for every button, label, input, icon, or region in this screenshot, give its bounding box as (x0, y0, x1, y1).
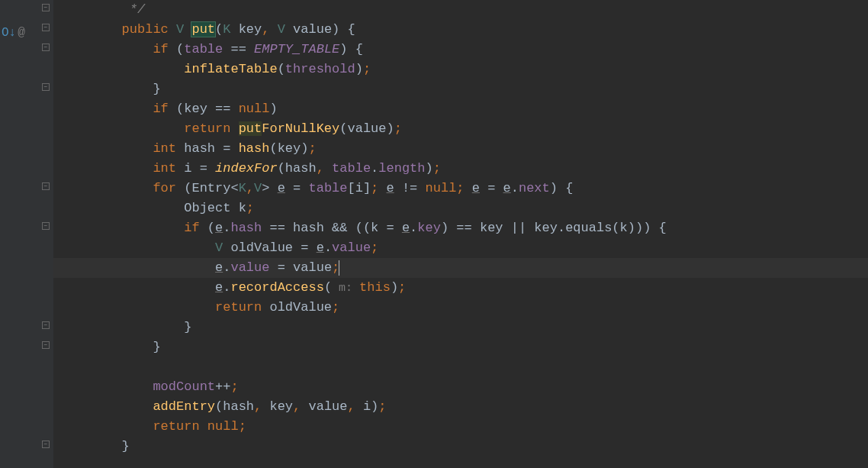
keyword: public (59, 22, 176, 37)
fold-marker-icon[interactable]: − (42, 24, 50, 31)
code-line: if (key == null) (53, 99, 868, 119)
method-call: recordAccess (230, 280, 323, 295)
code-editor[interactable]: */ public V put(K key, V value) { if (ta… (53, 0, 868, 468)
implementing-method-icon[interactable]: @ (18, 23, 25, 43)
code-line: return null; (53, 417, 868, 437)
local-var: e (402, 221, 410, 235)
fold-marker-icon[interactable]: − (42, 182, 50, 190)
comment-text: */ (59, 2, 145, 17)
code-line: } (53, 318, 868, 337)
field-ref: table (184, 42, 223, 56)
keyword: null (426, 181, 457, 195)
code-line: Object k; (53, 198, 868, 218)
code-line: if (e.hash == hash && ((k = e.key) == ke… (53, 218, 868, 238)
local-var: e (472, 181, 480, 195)
fold-marker-icon[interactable]: − (42, 222, 50, 230)
local-var: e (387, 181, 394, 195)
local-var: e (317, 240, 324, 255)
local-var: e (278, 181, 285, 195)
fold-marker-icon[interactable]: − (42, 4, 50, 11)
code-line: V oldValue = e.value; (53, 238, 868, 258)
field-ref: length (378, 161, 425, 176)
code-line: modCount++; (53, 377, 868, 397)
keyword: if (59, 221, 207, 235)
local-var: e (215, 221, 223, 235)
code-line: */ (53, 0, 868, 20)
keyword: null (207, 419, 239, 434)
fold-marker-icon[interactable]: − (42, 321, 50, 329)
type-param: V (176, 22, 184, 37)
text-cursor (339, 260, 339, 276)
keyword: this (359, 280, 391, 295)
code-line: addEntry(hash, key, value, i); (53, 397, 868, 417)
code-line: e.recordAccess( m: this); (53, 278, 868, 298)
local-var: e (215, 280, 223, 295)
local-var: e (215, 260, 223, 275)
type-param: K (239, 181, 246, 195)
code-line: inflateTable(threshold); (53, 60, 868, 79)
field-ref: threshold (285, 62, 355, 76)
field-ref: value (332, 240, 371, 255)
code-line: for (Entry<K,V> e = table[i]; e != null;… (53, 179, 868, 198)
type-param: V (254, 181, 262, 195)
code-line: return putForNullKey(value); (53, 119, 868, 139)
keyword: return (59, 121, 239, 136)
type-param: V (215, 240, 223, 255)
type-param: V (278, 22, 285, 37)
keyword: int (59, 161, 184, 176)
keyword: int (59, 141, 184, 156)
method-call: hash (239, 141, 270, 156)
keyword: return (59, 300, 269, 315)
field-ref: table (308, 181, 347, 195)
code-line: } (53, 437, 868, 457)
field-ref: modCount (153, 379, 215, 394)
fold-marker-icon[interactable]: − (42, 83, 50, 91)
method-call-highlighted: put (239, 121, 262, 136)
field-ref: value (230, 260, 269, 275)
field-ref: key (417, 221, 441, 235)
keyword: null (239, 102, 270, 116)
type-param: K (223, 22, 230, 37)
field-ref: hash (230, 221, 262, 235)
fold-marker-icon[interactable]: − (42, 441, 50, 448)
code-line: int hash = hash(key); (53, 139, 868, 159)
method-call: inflateTable (184, 62, 277, 76)
keyword: return (59, 419, 207, 434)
code-line: return oldValue; (53, 298, 868, 318)
static-method-call: indexFor (215, 161, 278, 176)
code-line: public V put(K key, V value) { (53, 20, 868, 40)
fold-marker-icon[interactable]: − (42, 341, 50, 349)
field-ref: table (332, 161, 371, 176)
keyword: for (59, 181, 184, 195)
fold-marker-icon[interactable]: − (42, 44, 50, 51)
local-var: e (503, 181, 511, 195)
keyword: if (59, 102, 176, 116)
constant-ref: EMPTY_TABLE (254, 42, 339, 56)
editor-gutter: O↓ @ − − − − − − − − − (0, 0, 53, 468)
override-method-icon[interactable]: O↓ (2, 23, 16, 43)
method-name-declaration: put (191, 22, 215, 37)
code-line (53, 357, 868, 377)
field-ref: next (519, 181, 550, 195)
parameter-hint: m: (332, 282, 359, 295)
code-line: } (53, 79, 868, 99)
code-line: int i = indexFor(hash, table.length); (53, 159, 868, 179)
method-call: ForNullKey (262, 121, 339, 136)
code-line: } (53, 337, 868, 357)
keyword: if (59, 42, 176, 56)
gutter-line-markers: O↓ @ (0, 23, 25, 43)
code-line-current: e.value = value; (53, 258, 868, 278)
method-call: addEntry (153, 399, 215, 414)
code-line: if (table == EMPTY_TABLE) { (53, 40, 868, 60)
